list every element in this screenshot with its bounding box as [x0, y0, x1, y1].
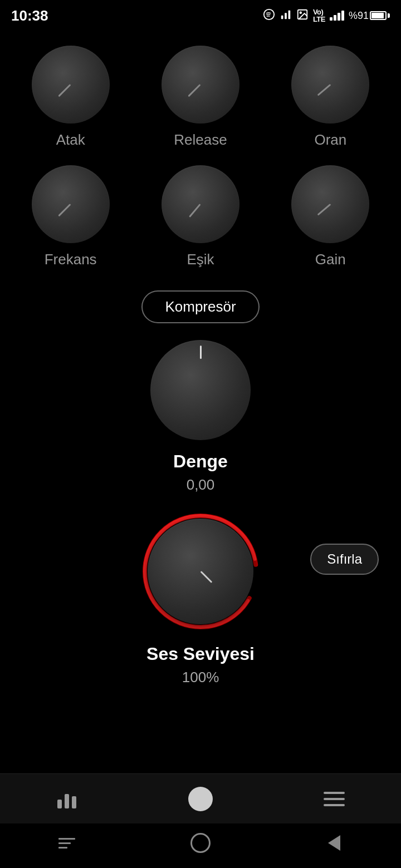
- release-label: Release: [174, 131, 227, 149]
- status-time: 10:38: [11, 7, 48, 24]
- oran-label: Oran: [314, 131, 346, 149]
- bottom-nav: [0, 773, 401, 823]
- nav-item-equalizer[interactable]: [45, 782, 89, 816]
- ses-seviyesi-section: Sıfırla Ses Seviyesi 100%: [11, 510, 390, 686]
- knob-item-frekans[interactable]: Frekans: [11, 165, 130, 268]
- knob-grid: Atak Release Oran Frekans Eşik: [11, 46, 390, 268]
- home-circle-button-icon: [190, 833, 211, 853]
- gain-label: Gain: [315, 251, 346, 268]
- knob-item-release[interactable]: Release: [141, 46, 260, 149]
- svg-rect-1: [281, 15, 283, 18]
- signal-icon: [330, 11, 344, 21]
- denge-value: 0,00: [187, 476, 215, 494]
- home-button[interactable]: [184, 832, 217, 854]
- battery-icon: %91: [349, 10, 390, 22]
- knob-ses-seviyesi[interactable]: [139, 510, 262, 633]
- android-nav-bar: [0, 823, 401, 868]
- svg-rect-2: [285, 13, 287, 19]
- chart-icon: [280, 8, 292, 23]
- spotify-icon: [263, 8, 275, 23]
- menu-lines-icon: [322, 787, 346, 811]
- knob-esik[interactable]: [162, 165, 239, 243]
- home-circle-icon: [188, 787, 213, 811]
- back-arrow-icon: [328, 835, 340, 851]
- nav-item-menu[interactable]: [312, 782, 356, 816]
- frekans-label: Frekans: [45, 251, 97, 268]
- knob-oran[interactable]: [291, 46, 369, 124]
- knob-release[interactable]: [162, 46, 239, 124]
- esik-indicator: [189, 204, 202, 218]
- release-indicator: [188, 84, 201, 97]
- knob-denge[interactable]: [150, 340, 251, 440]
- svg-point-5: [300, 12, 301, 13]
- ses-seviyesi-value: 100%: [182, 669, 219, 686]
- denge-indicator: [200, 346, 202, 359]
- knob-item-atak[interactable]: Atak: [11, 46, 130, 149]
- equalizer-icon: [55, 787, 79, 811]
- status-bar: 10:38 Vo)LTE %91: [0, 0, 401, 29]
- atak-indicator: [58, 84, 71, 97]
- back-button[interactable]: [317, 832, 351, 854]
- ses-seviyesi-label: Ses Seviyesi: [146, 644, 255, 664]
- frekans-indicator: [58, 204, 71, 216]
- knob-item-gain[interactable]: Gain: [271, 165, 390, 268]
- network-type: Vo)LTE: [313, 8, 325, 23]
- image-icon: [296, 8, 309, 23]
- nav-item-home[interactable]: [178, 782, 223, 816]
- knob-gain[interactable]: [291, 165, 369, 243]
- recents-button[interactable]: [50, 832, 84, 854]
- status-icons: Vo)LTE %91: [263, 8, 390, 23]
- ses-indicator: [200, 571, 212, 583]
- ses-knob-inner: [148, 519, 253, 624]
- gain-indicator: [317, 204, 331, 216]
- recents-icon: [58, 838, 75, 849]
- kompressor-button[interactable]: Kompresör: [141, 290, 259, 323]
- atak-label: Atak: [56, 131, 85, 149]
- main-content: Atak Release Oran Frekans Eşik: [0, 29, 401, 773]
- esik-label: Eşik: [187, 251, 214, 268]
- knob-item-oran[interactable]: Oran: [271, 46, 390, 149]
- knob-item-esik[interactable]: Eşik: [141, 165, 260, 268]
- svg-rect-3: [288, 10, 290, 19]
- sifirla-button[interactable]: Sıfırla: [310, 544, 379, 575]
- oran-indicator: [317, 84, 331, 96]
- knob-atak[interactable]: [32, 46, 110, 124]
- denge-section: Denge 0,00: [150, 340, 251, 494]
- denge-label: Denge: [173, 451, 228, 472]
- knob-frekans[interactable]: [32, 165, 110, 243]
